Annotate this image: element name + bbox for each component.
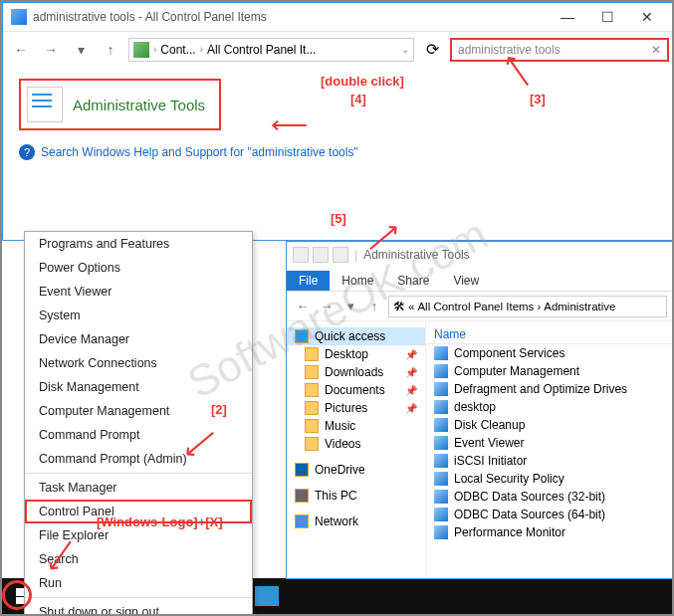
back-button[interactable]: ← <box>293 297 313 316</box>
qat-icon[interactable] <box>293 247 309 263</box>
file-item[interactable]: Local Security Policy <box>426 470 673 488</box>
menu-system[interactable]: System <box>25 304 252 327</box>
annotation-2: [2] <box>211 402 227 417</box>
sidebar-desktop[interactable]: Desktop📌 <box>287 345 425 363</box>
tab-view[interactable]: View <box>441 271 491 291</box>
explorer-address-bar[interactable]: 🛠 « All Control Panel Items › Administra… <box>388 296 667 317</box>
admin-tools-icon <box>27 87 63 122</box>
annotation-4: [4] <box>350 92 366 106</box>
address-bar[interactable]: › Cont... › All Control Panel It... ⌄ <box>128 38 414 62</box>
recent-dropdown[interactable]: ▾ <box>340 297 360 316</box>
breadcrumb-part[interactable]: Cont... <box>160 43 195 57</box>
sidebar-music[interactable]: Music <box>287 417 425 435</box>
breadcrumb-part[interactable]: All Control Panel It... <box>207 43 316 57</box>
file-item[interactable]: Performance Monitor <box>426 523 673 541</box>
breadcrumb-part[interactable]: Administrative <box>544 301 615 312</box>
explorer-window: | Administrative Tools File Home Share V… <box>286 241 674 579</box>
refresh-button[interactable]: ⟳ <box>420 38 444 62</box>
search-input[interactable]: administrative tools ✕ <box>450 38 669 62</box>
window-title: administrative tools - All Control Panel… <box>33 10 267 24</box>
menu-power-options[interactable]: Power Options <box>25 256 252 280</box>
location-icon <box>133 42 149 58</box>
forward-button[interactable]: → <box>39 38 63 62</box>
window-titlebar[interactable]: administrative tools - All Control Panel… <box>3 3 674 31</box>
menu-task-manager[interactable]: Task Manager <box>25 476 252 500</box>
menu-shutdown[interactable]: Shut down or sign out <box>25 600 252 616</box>
help-search-link[interactable]: ? Search Windows Help and Support for "a… <box>19 144 659 160</box>
ribbon: File Home Share View <box>287 268 673 292</box>
file-item[interactable]: Disk Cleanup <box>426 416 673 434</box>
menu-event-viewer[interactable]: Event Viewer <box>25 280 252 304</box>
file-item[interactable]: Event Viewer <box>426 434 673 452</box>
control-panel-window: administrative tools - All Control Panel… <box>2 2 674 241</box>
annotation-winx: [Windows-Logo]+[X] <box>97 514 223 529</box>
sidebar-quick-access[interactable]: Quick access <box>287 327 425 345</box>
menu-network-connections[interactable]: Network Connections <box>25 351 252 375</box>
back-button[interactable]: ← <box>9 38 33 62</box>
clear-search-icon[interactable]: ✕ <box>651 43 661 57</box>
sidebar-pictures[interactable]: Pictures📌 <box>287 399 425 417</box>
help-icon: ? <box>19 144 35 160</box>
file-item[interactable]: Component Services <box>426 344 673 362</box>
menu-programs-and-features[interactable]: Programs and Features <box>25 232 252 256</box>
file-item[interactable]: iSCSI Initiator <box>426 452 673 470</box>
column-name[interactable]: Name <box>426 325 673 344</box>
breadcrumb-part[interactable]: All Control Panel Items <box>417 301 534 312</box>
recent-dropdown[interactable]: ▾ <box>69 38 93 62</box>
annotation-hint: [double click] <box>321 74 404 89</box>
file-item[interactable]: desktop <box>426 398 673 416</box>
navigation-bar: ← → ▾ ↑ › Cont... › All Control Panel It… <box>3 31 674 67</box>
qat-icon[interactable] <box>313 247 329 263</box>
menu-device-manager[interactable]: Device Manager <box>25 327 252 351</box>
app-icon[interactable] <box>255 586 279 606</box>
control-panel-icon <box>11 9 27 25</box>
sidebar-network[interactable]: Network <box>287 513 425 530</box>
tab-home[interactable]: Home <box>330 271 385 291</box>
up-button[interactable]: ↑ <box>99 38 122 62</box>
tab-share[interactable]: Share <box>385 271 441 291</box>
annotation-3: [3] <box>530 92 546 106</box>
sidebar-videos[interactable]: Videos <box>287 435 425 453</box>
annotation-5: [5] <box>331 211 346 226</box>
file-list: Name Component Services Computer Managem… <box>426 321 673 578</box>
maximize-button[interactable]: ☐ <box>587 3 627 31</box>
minimize-button[interactable]: — <box>548 3 587 31</box>
up-button[interactable]: ↑ <box>364 297 384 316</box>
sidebar-onedrive[interactable]: OneDrive <box>287 461 425 479</box>
administrative-tools-result[interactable]: Administrative Tools <box>19 79 221 130</box>
menu-command-prompt-admin[interactable]: Command Prompt (Admin) <box>25 447 252 471</box>
sidebar-downloads[interactable]: Downloads📌 <box>287 363 425 381</box>
annotation-start-circle <box>2 580 32 610</box>
arrow-icon: ⟵ <box>271 109 308 140</box>
menu-disk-management[interactable]: Disk Management <box>25 375 252 399</box>
file-item[interactable]: ODBC Data Sources (64-bit) <box>426 506 673 523</box>
tab-file[interactable]: File <box>287 271 330 291</box>
help-text: Search Windows Help and Support for "adm… <box>41 145 358 159</box>
file-item[interactable]: ODBC Data Sources (32-bit) <box>426 488 673 506</box>
explorer-sidebar: Quick access Desktop📌 Downloads📌 Documen… <box>287 321 426 578</box>
file-item[interactable]: Defragment and Optimize Drives <box>426 380 673 398</box>
forward-button[interactable]: → <box>317 297 337 316</box>
sidebar-thispc[interactable]: This PC <box>287 487 425 505</box>
explorer-titlebar[interactable]: | Administrative Tools <box>287 242 673 268</box>
location-icon: 🛠 <box>393 301 405 312</box>
sidebar-documents[interactable]: Documents📌 <box>287 381 425 399</box>
qat-icon[interactable] <box>333 247 348 263</box>
admin-tools-label: Administrative Tools <box>73 97 205 113</box>
explorer-nav: ← → ▾ ↑ 🛠 « All Control Panel Items › Ad… <box>287 292 673 321</box>
close-button[interactable]: ✕ <box>627 3 667 31</box>
file-item[interactable]: Computer Management <box>426 362 673 380</box>
